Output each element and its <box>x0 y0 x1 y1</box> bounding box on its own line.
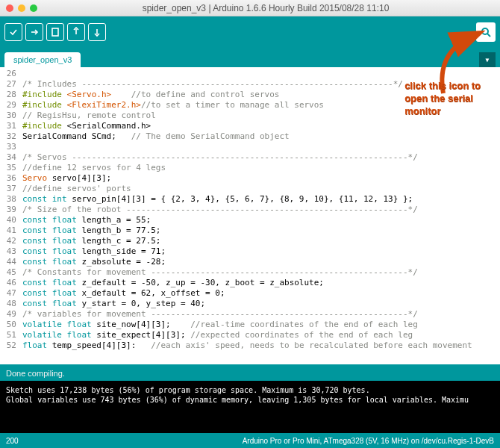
console-line: Sketch uses 17,238 bytes (56%) of progra… <box>6 385 494 395</box>
verify-button[interactable] <box>4 23 22 41</box>
zoom-window-button[interactable] <box>30 4 37 12</box>
tab-menu-button[interactable] <box>479 52 496 67</box>
upload-button[interactable] <box>25 23 43 41</box>
line-number-indicator: 200 <box>6 437 19 445</box>
svg-rect-0 <box>52 28 58 36</box>
console-output: Sketch uses 17,238 bytes (56%) of progra… <box>0 381 500 433</box>
close-window-button[interactable] <box>6 4 13 12</box>
new-sketch-button[interactable] <box>46 23 64 41</box>
svg-line-2 <box>487 34 490 37</box>
minimize-window-button[interactable] <box>18 4 25 12</box>
window-title: spider_open_v3 | Arduino 1.6.6 Hourly Bu… <box>37 3 494 13</box>
annotation-text: click this icon to open the serial monit… <box>404 79 481 117</box>
status-bar: Done compiling. <box>0 367 500 381</box>
console-line: Global variables use 743 bytes (36%) of … <box>6 395 494 405</box>
window-titlebar: spider_open_v3 | Arduino 1.6.6 Hourly Bu… <box>0 0 500 16</box>
serial-monitor-button[interactable] <box>476 22 496 42</box>
board-port-indicator: Arduino Pro or Pro Mini, ATmega328 (5V, … <box>243 437 494 445</box>
toolbar <box>0 16 500 48</box>
svg-point-1 <box>482 28 488 34</box>
open-sketch-button[interactable] <box>67 23 85 41</box>
save-sketch-button[interactable] <box>88 23 106 41</box>
footer-bar: 200 Arduino Pro or Pro Mini, ATmega328 (… <box>0 433 500 448</box>
sketch-tab[interactable]: spider_open_v3 <box>4 52 81 67</box>
window-controls <box>6 4 37 12</box>
tab-bar: spider_open_v3 <box>0 48 500 67</box>
